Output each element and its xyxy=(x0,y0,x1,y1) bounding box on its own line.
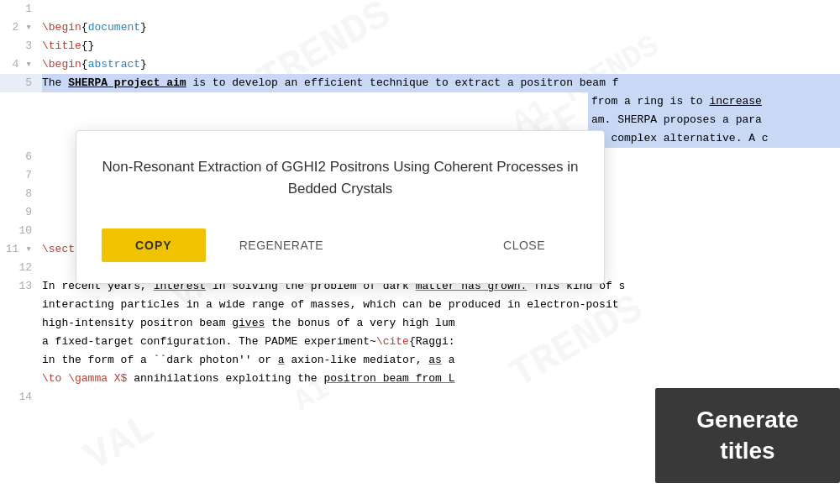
editor-line: 4 ▾ \begin{abstract} xyxy=(0,55,840,74)
editor-line: high-intensity positron beam gives the b… xyxy=(0,314,840,333)
generate-titles-tooltip[interactable]: Generate titles xyxy=(655,388,840,483)
editor-line: 1 xyxy=(0,0,840,18)
close-button[interactable]: CLOSE xyxy=(470,228,579,262)
editor-line: 2 ▾ \begin{document} xyxy=(0,18,840,37)
editor-line: \to \gamma X$ annihilations exploiting t… xyxy=(0,370,840,388)
editor-line: interacting particles in a wide range of… xyxy=(0,296,840,314)
title-suggestion-modal: Non-Resonant Extraction of GGHI2 Positro… xyxy=(76,130,605,284)
editor-line-selected: 5 The SHERPA project aim is to develop a… xyxy=(0,74,840,92)
editor-line-overflow: from a ring is to increase xyxy=(0,92,840,111)
modal-body: Non-Resonant Extraction of GGHI2 Positro… xyxy=(76,131,604,216)
copy-button[interactable]: COPY xyxy=(102,228,206,262)
editor-line: 3 \title{} xyxy=(0,37,840,55)
editor-line: a fixed-target configuration. The PADME … xyxy=(0,333,840,351)
editor-line-overflow2: am. SHERPA proposes a parac xyxy=(0,111,840,129)
suggested-title: Non-Resonant Extraction of GGHI2 Positro… xyxy=(102,156,579,199)
regenerate-button[interactable]: REGENERATE xyxy=(206,228,357,262)
editor-line: in the form of a ``dark photon'' or a ax… xyxy=(0,351,840,370)
modal-actions: COPY REGENERATE CLOSE xyxy=(76,216,604,283)
